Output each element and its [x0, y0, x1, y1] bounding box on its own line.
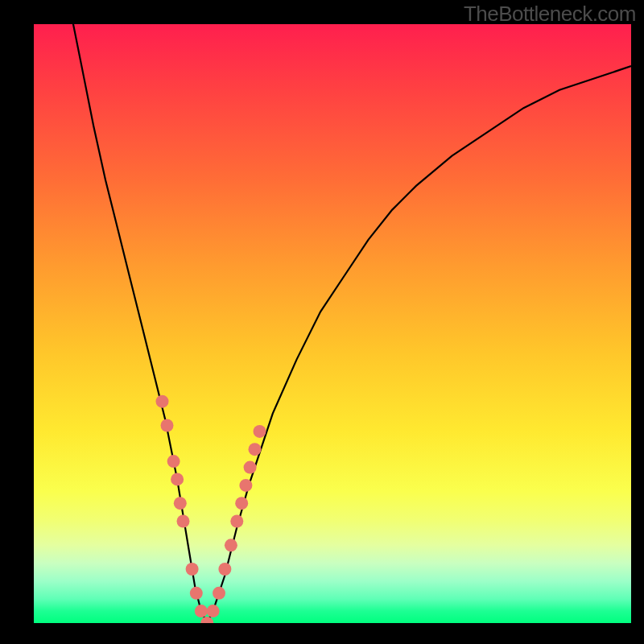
marker-dot: [207, 605, 220, 617]
marker-dot: [225, 539, 237, 551]
marker-dot: [239, 479, 252, 492]
marker-dot: [200, 617, 213, 623]
marker-dot: [186, 563, 199, 576]
marker-dot: [195, 605, 208, 617]
marker-dot: [213, 587, 225, 600]
marker-dot: [254, 425, 266, 438]
marker-dot: [171, 473, 184, 485]
marker-dot: [156, 395, 169, 408]
curve-svg: [34, 24, 631, 623]
plot-area: [34, 24, 631, 623]
marker-dot: [218, 563, 231, 576]
chart-frame: TheBottleneck.com: [0, 0, 644, 644]
marker-dot: [174, 497, 187, 510]
bottleneck-curve: [70, 24, 632, 623]
marker-dot: [167, 455, 180, 468]
watermark-text: TheBottleneck.com: [464, 2, 636, 27]
marker-dot: [161, 419, 174, 432]
marker-group: [156, 395, 266, 623]
marker-dot: [249, 443, 262, 456]
marker-dot: [235, 497, 248, 510]
marker-dot: [244, 461, 257, 474]
marker-dot: [177, 515, 190, 528]
marker-dot: [230, 515, 243, 528]
marker-dot: [190, 587, 203, 600]
